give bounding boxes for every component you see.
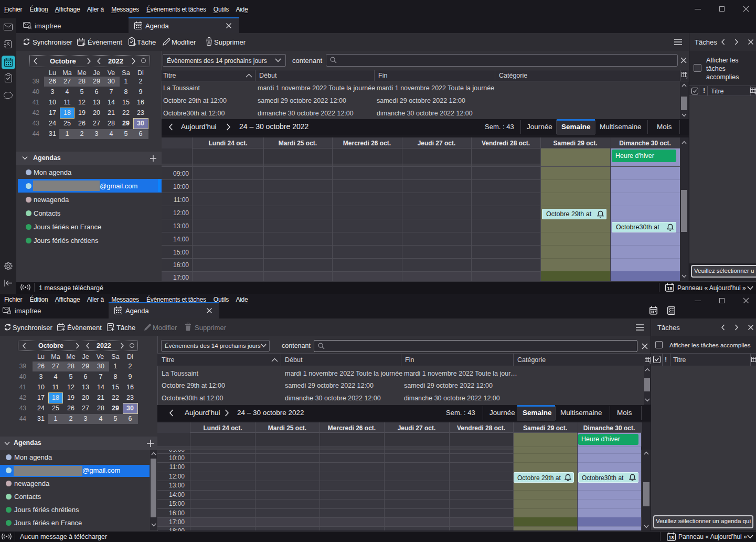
svg-text:18: 18 — [667, 286, 672, 291]
svg-text:18: 18 — [668, 535, 674, 540]
